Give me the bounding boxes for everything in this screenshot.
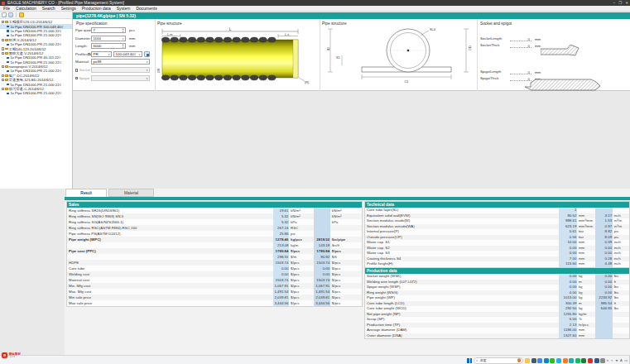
misc-icon[interactable]	[600, 358, 605, 363]
table-row[interactable]: Min. Mfg cost1,067.91$/pcs1,067.91$/pcs	[67, 283, 362, 289]
edge-icon[interactable]	[544, 358, 549, 363]
table-row[interactable]: Ring stiffness RSC(ASTM F894)-RSC 160267…	[67, 225, 362, 231]
profile-detail-button[interactable]	[144, 51, 150, 57]
tree-expander-icon[interactable]: -	[2, 52, 4, 55]
spigot-checkbox[interactable]	[75, 77, 78, 79]
taskbar-search[interactable]: ⌕ 搜索	[474, 357, 523, 364]
table-row[interactable]: Outer diameter (DNA)1327.60mm	[365, 333, 629, 339]
table-row[interactable]: 298.31$/m90.92$/ft	[67, 254, 362, 260]
qq-icon[interactable]	[556, 358, 561, 363]
table-row[interactable]: Ring stiffness SN(ISO 9969) SN-55.32kN/m…	[67, 213, 362, 219]
tree-item-pipe[interactable]: 1x Pipe DN1000-PR 21-000 22#	[0, 91, 72, 95]
table-row[interactable]: Max. Mfg cost1,491.54$/pcs1,491.54$/pcs	[67, 289, 362, 295]
value-2: 1503.74	[314, 277, 330, 283]
technical-table-header: Technical data	[365, 202, 629, 208]
socket-thick-field[interactable]: 0	[510, 44, 530, 48]
tree-expander-icon[interactable]: -	[2, 65, 4, 68]
socket-checkbox[interactable]	[75, 69, 78, 71]
menu-item-search[interactable]: Search	[42, 6, 55, 11]
new-document-icon[interactable]	[2, 12, 7, 17]
table-row[interactable]: Core tube0.00$/pcs0.00$/pcs	[67, 266, 362, 271]
wechat-icon[interactable]	[550, 358, 555, 363]
table-row[interactable]: Min sale price2,039.81$/pcs2,039.81$/pcs	[67, 295, 362, 300]
tree-item-label: 工程140-123-2014/6/12	[9, 47, 46, 51]
teal-app-icon[interactable]	[569, 358, 574, 363]
length-stepper[interactable]: 6000▲▼	[91, 43, 126, 49]
tree-item-label: 1x Pipe DN1000-PR 21-000 22#	[10, 69, 61, 73]
spigot-length-field[interactable]: 0	[510, 70, 530, 74]
tree-item-pipe[interactable]: 1x Pipe DN1000-PR 21-000 22#	[0, 60, 72, 65]
socket-select[interactable]: ▼	[91, 67, 150, 73]
table-row[interactable]: Pipe weight (WPC)1278.46kg/pcs2818.52lbs…	[67, 237, 362, 242]
material-select[interactable]: pe99▼	[91, 59, 150, 65]
profile-size-select[interactable]: 100-043 40#▼	[113, 51, 142, 57]
tree-item-pipe[interactable]: 1x Pipe DN1000-PR 21-000 22#	[0, 69, 72, 73]
tree-item-label: 1x Pipe DN1000-PR 21-000 22#	[10, 42, 61, 46]
table-row[interactable]: Welding cost0.00$/pcs0.00$/pcs	[67, 271, 362, 277]
table-row[interactable]: Pipe stiffness PS(ASTM D2412)25.86psi	[67, 231, 362, 237]
tree-item-pipe[interactable]: 1x Pipe DN1000-PR 21-000 22#	[0, 33, 72, 37]
computer-icon[interactable]	[8, 12, 13, 17]
tree-item-pipe[interactable]: 1x Pipe DN1000-PR 21-000 22#	[0, 29, 72, 33]
pipe-icon	[7, 57, 9, 59]
table-row[interactable]: HDPE1503.74$/pcs1503.74$/pcs	[67, 260, 362, 266]
maximize-button[interactable]: ❒	[618, 0, 622, 6]
socket-section-drawing	[541, 45, 580, 59]
chrome-icon[interactable]	[537, 358, 542, 363]
menu-item-file[interactable]: File	[3, 6, 10, 11]
file-explorer-icon[interactable]	[531, 358, 536, 363]
minimize-button[interactable]: –	[613, 0, 616, 6]
tree-expander-icon[interactable]: -	[2, 79, 4, 81]
tree-item-pipe[interactable]: 1x Pipe DN1100-PR 100-043 40#	[0, 24, 72, 28]
value-1: 1327.60	[559, 333, 578, 339]
close-button[interactable]: ✕	[625, 0, 628, 6]
diameter-select[interactable]: 1100▼	[91, 36, 126, 41]
menu-item-system[interactable]: System	[117, 6, 131, 11]
pdf-icon[interactable]	[588, 358, 593, 363]
tree-expander-icon[interactable]: -	[2, 74, 4, 77]
folder-icon[interactable]	[525, 358, 530, 363]
table-row[interactable]: Max sale price3,444.56$/pcs3,444.56$/pcs	[67, 300, 362, 306]
quantity-stepper[interactable]: 7▲▼	[91, 27, 126, 33]
value-1: 25.86	[273, 231, 290, 237]
pipe-icon	[7, 35, 9, 36]
tray-icon[interactable]: ∧	[606, 357, 608, 364]
tray-icon[interactable]: ▭	[624, 357, 628, 364]
dingtalk-icon[interactable]	[563, 358, 568, 363]
profile-type-select[interactable]: PR▼	[91, 51, 112, 57]
table-row[interactable]: Material cost1503.74$/pcs1503.74$/pcs	[67, 277, 362, 283]
add-folder-icon[interactable]	[19, 12, 24, 17]
system-tray[interactable]: ∧≈◄A▭	[606, 357, 628, 364]
menu-item-settings[interactable]: Settings	[61, 6, 76, 11]
tab-result[interactable]: Result	[65, 189, 107, 197]
table-row[interactable]: Profile height(H)113.60mm4.48inch	[365, 261, 629, 267]
menu-item-calculation[interactable]: Calculation	[16, 6, 36, 11]
tree-expander-icon[interactable]: -	[2, 47, 4, 50]
value-1: 0.00	[273, 266, 290, 271]
tree-item-pipe[interactable]: 5x Pipe DN1000-PR 21-000 22#	[0, 82, 72, 86]
tree-expander-icon[interactable]: -	[2, 39, 4, 41]
word-icon[interactable]	[594, 358, 599, 363]
phone-green-icon[interactable]	[575, 358, 580, 363]
socket-length-field[interactable]: 0	[510, 37, 530, 41]
spigot-select[interactable]: ▼	[91, 75, 150, 81]
project-tree-panel: -工程项目123-CD-2014/6/121x Pipe DN1100-PR 1…	[0, 12, 73, 189]
tray-icon[interactable]: ◄	[615, 357, 618, 364]
unit-1: $/pcs	[289, 266, 314, 271]
start-button[interactable]	[466, 357, 472, 363]
menu-item-documents[interactable]: Documents	[136, 6, 156, 11]
app-icon	[2, 2, 5, 5]
tray-icon[interactable]: ≈	[611, 357, 613, 364]
table-row[interactable]: 213.08kg/m143.18lbs/ft	[67, 242, 362, 248]
tree-expander-icon[interactable]: -	[2, 88, 4, 90]
excel-icon[interactable]	[581, 358, 586, 363]
unit-1: $/pcs	[289, 289, 314, 295]
menu-item-production-data[interactable]: Production data	[82, 6, 111, 11]
tree-expander-icon[interactable]: -	[2, 21, 4, 23]
tray-icon[interactable]: A	[620, 357, 623, 364]
table-row[interactable]: Ring stiffness SG(AS/NZS2566.1)5.32kPakP…	[67, 219, 362, 225]
table-row[interactable]: Ring stiffness SR24(DIN16961)19.61kN/m²k…	[67, 208, 362, 213]
tree-item-pipe[interactable]: 1x Pipe DN1000-PR 21-000 22#	[0, 42, 72, 46]
table-row[interactable]: Pipe cost (PPC)1789.84$/pcs1789.84$/pcs	[67, 248, 362, 254]
tab-material[interactable]: Material	[108, 189, 154, 197]
